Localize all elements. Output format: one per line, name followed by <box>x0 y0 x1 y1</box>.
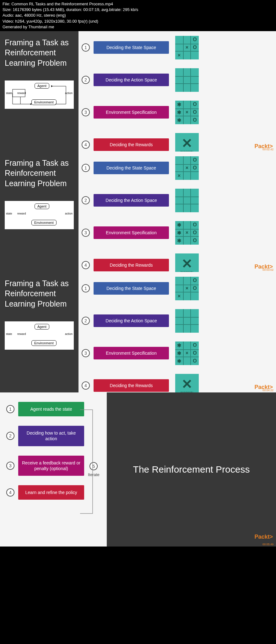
step-learn-refine: Learn and refine the policy <box>18 485 84 500</box>
rl-diagram: Agent Environment state reward action <box>5 201 74 229</box>
process-step-3: 3Receive a feedback reward or penalty (o… <box>6 456 100 476</box>
slide-left-panel: Framing a Task as Reinforcement Learning… <box>0 152 78 272</box>
tictactoe-icon: O×O× <box>175 277 199 300</box>
step-number-1: 1 <box>6 405 14 413</box>
iterate-step: 5 Iterate <box>88 462 100 477</box>
process-left-panel: 1Agent reads the state 2Deciding how to … <box>0 392 107 547</box>
action-label: action <box>65 212 73 215</box>
rl-diagram: Agent Environment state reward action <box>5 321 74 350</box>
timestamp: 00:04:22 <box>262 389 273 392</box>
reward-label: reward <box>17 212 26 215</box>
step-number-3: 3 <box>82 349 90 357</box>
step-number-4: 4 <box>82 381 90 390</box>
step-number-1: 1 <box>82 284 90 292</box>
tictactoe-empty-icon <box>175 189 199 212</box>
step-rewards: Deciding the Rewards <box>94 138 169 151</box>
step-row-3: 3 Environment Specification ✱O✱×O✱O <box>82 101 273 124</box>
iterate-label: Iterate <box>88 472 100 477</box>
step-number-4: 4 <box>82 141 90 149</box>
meta-audio: Audio: aac, 48000 Hz, stereo (eng) <box>3 13 273 18</box>
step-env-spec: Environment Specification <box>94 106 169 119</box>
rl-diagram: Agent Environment state reward action <box>5 80 74 109</box>
step-state-space: Deciding the State Space <box>94 162 169 174</box>
file-metadata: File: Common RL Tasks and the Reinforcem… <box>0 0 276 31</box>
tictactoe-empty-icon <box>175 68 199 92</box>
tictactoe-env-icon: ✱O✱×O✱O <box>175 101 199 124</box>
tictactoe-icon: O×O× <box>175 36 199 59</box>
slide-framing-1: Framing a Task as Reinforcement Learning… <box>0 31 276 152</box>
tictactoe-empty-icon <box>175 309 199 333</box>
process-step-1: 1Agent reads the state <box>6 402 100 416</box>
step-state-space: Deciding the State Space <box>94 282 169 295</box>
meta-video: Video: h264, yuv420p, 1920x1080, 30.00 f… <box>3 19 273 24</box>
slide-framing-2: Framing a Task as Reinforcement Learning… <box>0 152 276 272</box>
step-rewards: Deciding the Rewards <box>94 379 169 392</box>
step-env-spec: Environment Specification <box>94 226 169 239</box>
step-number-5: 5 <box>89 462 98 470</box>
step-number-2: 2 <box>82 76 90 84</box>
step-number-4: 4 <box>82 261 90 269</box>
tictactoe-icon: O×O× <box>175 156 199 180</box>
tictactoe-env-icon: ✱O✱×O✱O <box>175 341 199 365</box>
slide-right-panel: 1 Deciding the State Space O×O× 2 Decidi… <box>78 31 276 152</box>
meta-size: Size: 16176390 bytes (15.43 MiB), durati… <box>3 7 273 13</box>
step-number-3: 3 <box>6 462 14 470</box>
process-step-2: 2Deciding how to act, take action <box>6 426 100 446</box>
meta-gen: Generated by Thumbnail me <box>3 24 273 30</box>
step-row-2: 2 Deciding the Action Space <box>82 68 273 92</box>
slide-title: Framing a Task as Reinforcement Learning… <box>5 37 74 68</box>
timestamp: 00:03:02 <box>262 268 273 271</box>
process-right-panel: The Reinforcement Process <box>107 392 276 547</box>
step-number-2: 2 <box>6 432 14 440</box>
slide-title: Framing a Task as Reinforcement Learning… <box>5 158 74 189</box>
step-rewards: Deciding the Rewards <box>94 259 169 271</box>
step-number-2: 2 <box>82 317 90 325</box>
rl-arrows-icon <box>5 80 74 109</box>
svg-rect-0 <box>13 89 25 97</box>
step-row-1: 1 Deciding the State Space O×O× <box>82 36 273 59</box>
agent-box: Agent <box>35 324 49 330</box>
slide-title: Framing a Task as Reinforcement Learning… <box>5 278 74 309</box>
timestamp: 00:05:49 <box>262 543 273 546</box>
process-step-4: 4Learn and refine the policy <box>6 485 100 500</box>
step-number-3: 3 <box>82 108 90 116</box>
step-action-space: Deciding the Action Space <box>94 74 169 86</box>
slide-left-panel: Framing a Task as Reinforcement Learning… <box>0 31 78 152</box>
action-label: action <box>65 332 73 336</box>
meta-file: File: Common RL Tasks and the Reinforcem… <box>3 1 273 7</box>
slide-left-panel: Framing a Task as Reinforcement Learning… <box>0 272 78 392</box>
slide-framing-3: Framing a Task as Reinforcement Learning… <box>0 272 276 392</box>
step-feedback: Receive a feedback reward or penalty (op… <box>18 456 84 476</box>
state-label: state <box>6 212 12 215</box>
environment-box: Environment <box>31 220 57 225</box>
reward-label: reward <box>17 332 26 336</box>
step-number-1: 1 <box>82 164 90 172</box>
step-state-space: Deciding the State Space <box>94 41 169 54</box>
step-number-3: 3 <box>82 229 90 237</box>
step-action-space: Deciding the Action Space <box>94 314 169 327</box>
slide-right-panel: 1Deciding the State SpaceO×O× 2Deciding … <box>78 152 276 272</box>
slide-right-panel: 1Deciding the State SpaceO×O× 2Deciding … <box>78 272 276 392</box>
state-label: state <box>6 332 12 336</box>
step-decide-act: Deciding how to act, take action <box>18 426 84 446</box>
timestamp: 00:02:42 <box>262 148 273 151</box>
agent-box: Agent <box>35 203 49 209</box>
tictactoe-env-icon: ✱O✱×O✱O <box>175 221 199 245</box>
step-number-2: 2 <box>82 196 90 204</box>
step-number-1: 1 <box>82 43 90 52</box>
packt-logo: Packt> <box>254 534 273 540</box>
step-action-space: Deciding the Action Space <box>94 194 169 207</box>
step-read-state: Agent reads the state <box>18 402 84 416</box>
process-title: The Reinforcement Process <box>133 463 250 476</box>
step-number-4: 4 <box>6 488 14 497</box>
environment-box: Environment <box>31 340 57 346</box>
slide-process: 1Agent reads the state 2Deciding how to … <box>0 392 276 547</box>
step-env-spec: Environment Specification <box>94 347 169 359</box>
